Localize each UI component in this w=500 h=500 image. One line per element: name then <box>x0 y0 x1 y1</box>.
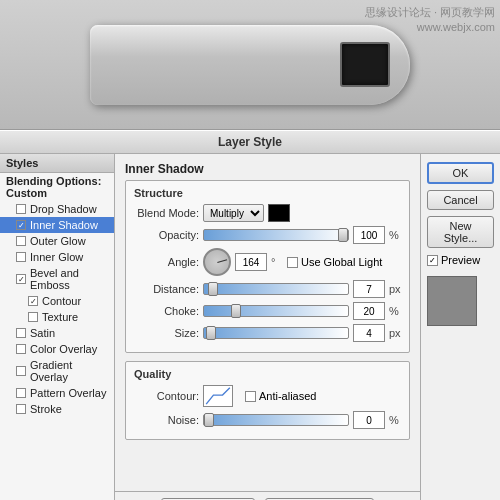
sidebar-item-color-overlay[interactable]: Color Overlay <box>0 341 114 357</box>
new-style-button[interactable]: New Style... <box>427 216 494 248</box>
styles-panel: Styles Blending Options: Custom Drop Sha… <box>0 154 115 500</box>
styles-panel-title: Styles <box>0 154 114 173</box>
size-unit: px <box>389 327 401 339</box>
global-light-text: Use Global Light <box>301 256 382 268</box>
global-light-label[interactable]: Use Global Light <box>287 256 382 268</box>
blend-mode-label: Blend Mode: <box>134 207 199 219</box>
contour-curve-icon <box>204 386 232 406</box>
color-overlay-checkbox[interactable] <box>16 344 26 354</box>
drop-shadow-checkbox[interactable] <box>16 204 26 214</box>
anti-alias-checkbox[interactable] <box>245 391 256 402</box>
preview-label: Preview <box>441 254 480 266</box>
distance-row: Distance: px <box>134 280 401 298</box>
satin-checkbox[interactable] <box>16 328 26 338</box>
preview-toggle[interactable]: ✓ Preview <box>427 254 494 266</box>
noise-label: Noise: <box>134 414 199 426</box>
angle-input[interactable] <box>235 253 267 271</box>
blend-mode-select[interactable]: Multiply Normal Screen Overlay <box>203 204 264 222</box>
drop-shadow-label: Drop Shadow <box>30 203 97 215</box>
distance-slider-container <box>203 283 349 295</box>
bottom-buttons: Make Default Reset to Default <box>115 491 420 500</box>
opacity-input[interactable] <box>353 226 385 244</box>
angle-row: Angle: ° Use Global Light <box>134 248 401 276</box>
bevel-emboss-label: Bevel and Emboss <box>30 267 108 291</box>
sidebar-item-inner-glow[interactable]: Inner Glow <box>0 249 114 265</box>
angle-indicator <box>217 259 227 263</box>
sidebar-item-blending-options[interactable]: Blending Options: Custom <box>0 173 114 201</box>
distance-slider[interactable] <box>203 283 349 295</box>
preview-checkbox-icon[interactable]: ✓ <box>427 255 438 266</box>
sidebar-item-bevel-emboss[interactable]: ✓ Bevel and Emboss <box>0 265 114 293</box>
sidebar-item-satin[interactable]: Satin <box>0 325 114 341</box>
right-panel: OK Cancel New Style... ✓ Preview <box>420 154 500 500</box>
tool-illustration <box>90 25 410 105</box>
outer-glow-checkbox[interactable] <box>16 236 26 246</box>
angle-dial[interactable] <box>203 248 231 276</box>
texture-label: Texture <box>42 311 78 323</box>
contour-row-label: Contour: <box>134 390 199 402</box>
pattern-overlay-checkbox[interactable] <box>16 388 26 398</box>
choke-label: Choke: <box>134 305 199 317</box>
contour-label: Contour <box>42 295 81 307</box>
stroke-checkbox[interactable] <box>16 404 26 414</box>
blend-mode-row: Blend Mode: Multiply Normal Screen Overl… <box>134 204 401 222</box>
global-light-checkbox[interactable] <box>287 257 298 268</box>
preview-swatch <box>427 276 477 326</box>
sidebar-item-drop-shadow[interactable]: Drop Shadow <box>0 201 114 217</box>
size-slider-container <box>203 327 349 339</box>
size-label: Size: <box>134 327 199 339</box>
inner-glow-checkbox[interactable] <box>16 252 26 262</box>
opacity-unit: % <box>389 229 401 241</box>
texture-checkbox[interactable] <box>28 312 38 322</box>
noise-slider[interactable] <box>203 414 349 426</box>
noise-row: Noise: % <box>134 411 401 429</box>
sidebar-item-pattern-overlay[interactable]: Pattern Overlay <box>0 385 114 401</box>
size-input[interactable] <box>353 324 385 342</box>
main-panel: Inner Shadow Structure Blend Mode: Multi… <box>115 154 420 500</box>
anti-alias-label[interactable]: Anti-aliased <box>245 390 316 402</box>
outer-glow-label: Outer Glow <box>30 235 86 247</box>
sidebar-item-stroke[interactable]: Stroke <box>0 401 114 417</box>
contour-checkbox[interactable]: ✓ <box>28 296 38 306</box>
noise-input[interactable] <box>353 411 385 429</box>
opacity-label: Opacity: <box>134 229 199 241</box>
satin-label: Satin <box>30 327 55 339</box>
bevel-emboss-checkbox[interactable]: ✓ <box>16 274 26 284</box>
preview-image-area: 思缘设计论坛 · 网页教学网 www.webjx.com <box>0 0 500 130</box>
sidebar-item-outer-glow[interactable]: Outer Glow <box>0 233 114 249</box>
distance-input[interactable] <box>353 280 385 298</box>
opacity-row: Opacity: % <box>134 226 401 244</box>
dialog-body: Styles Blending Options: Custom Drop Sha… <box>0 154 500 500</box>
choke-slider[interactable] <box>203 305 349 317</box>
contour-row: Contour: Anti-aliased <box>134 385 401 407</box>
sidebar-item-inner-shadow[interactable]: ✓ Inner Shadow <box>0 217 114 233</box>
noise-slider-container <box>203 414 349 426</box>
gradient-overlay-label: Gradient Overlay <box>30 359 108 383</box>
opacity-slider[interactable] <box>203 229 349 241</box>
sidebar-item-contour[interactable]: ✓ Contour <box>0 293 114 309</box>
noise-unit: % <box>389 414 401 426</box>
cancel-button[interactable]: Cancel <box>427 190 494 210</box>
choke-input[interactable] <box>353 302 385 320</box>
structure-title: Structure <box>134 187 401 199</box>
choke-slider-container <box>203 305 349 317</box>
stroke-label: Stroke <box>30 403 62 415</box>
dialog-title: Layer Style <box>0 130 500 154</box>
angle-label: Angle: <box>134 256 199 268</box>
sidebar-item-gradient-overlay[interactable]: Gradient Overlay <box>0 357 114 385</box>
structure-section: Structure Blend Mode: Multiply Normal Sc… <box>125 180 410 353</box>
gradient-overlay-checkbox[interactable] <box>16 366 26 376</box>
inner-shadow-checkbox[interactable]: ✓ <box>16 220 26 230</box>
blend-mode-color-swatch[interactable] <box>268 204 290 222</box>
quality-section: Quality Contour: Anti-aliased <box>125 361 410 440</box>
blending-options-label: Blending Options: Custom <box>6 175 108 199</box>
size-slider[interactable] <box>203 327 349 339</box>
inner-glow-label: Inner Glow <box>30 251 83 263</box>
contour-thumbnail[interactable] <box>203 385 233 407</box>
sidebar-item-texture[interactable]: Texture <box>0 309 114 325</box>
choke-unit: % <box>389 305 401 317</box>
content-area: Inner Shadow Structure Blend Mode: Multi… <box>115 154 420 491</box>
distance-unit: px <box>389 283 401 295</box>
pattern-overlay-label: Pattern Overlay <box>30 387 106 399</box>
ok-button[interactable]: OK <box>427 162 494 184</box>
